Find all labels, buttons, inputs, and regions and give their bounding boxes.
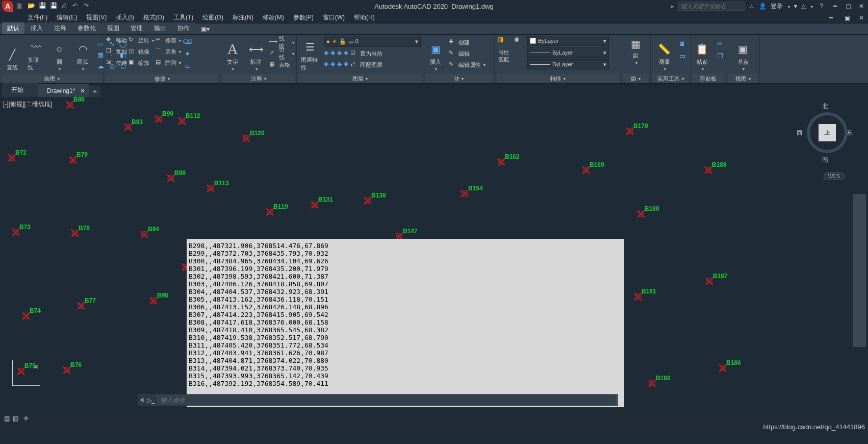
model-tab-icon[interactable]: ▤ xyxy=(4,415,10,422)
table-button[interactable]: ▦表格 xyxy=(269,60,294,69)
survey-point-B179[interactable]: B179 xyxy=(624,126,635,137)
block-edit-button[interactable]: ✎编辑 xyxy=(449,49,486,58)
menu-format[interactable]: 格式(O) xyxy=(141,12,166,23)
close-button[interactable]: ✕ xyxy=(857,2,866,11)
cut-icon[interactable]: ✂ xyxy=(716,39,725,48)
ribbon-tab-collab[interactable]: 协作 xyxy=(172,22,195,34)
move-button[interactable]: ✥移动 xyxy=(106,36,127,45)
survey-point-B93[interactable]: B93 xyxy=(122,121,134,133)
select-icon[interactable]: ▭ xyxy=(678,51,687,60)
polyline-button[interactable]: 〰多段线 xyxy=(25,36,46,72)
leader-button[interactable]: ↗引线 xyxy=(269,49,294,58)
ribbon-tab-insert[interactable]: 插入 xyxy=(25,22,48,34)
offset-icon[interactable]: ⊂ xyxy=(183,61,192,70)
panel-title-util[interactable]: 实用工具 xyxy=(653,74,688,83)
viewcube-west[interactable]: 西 xyxy=(797,129,803,137)
undo-icon[interactable]: ↶ xyxy=(72,2,81,10)
menu-window[interactable]: 窗口(W) xyxy=(321,12,347,23)
user-icon[interactable]: 👤 xyxy=(759,3,767,10)
drawing1-tab[interactable]: Drawing1* ✕ xyxy=(38,84,89,97)
panel-title-block[interactable]: 块 xyxy=(425,74,492,83)
lineweight-select[interactable]: ByLayer▾ xyxy=(527,47,609,58)
drawing-canvas[interactable]: [-][俯视][二维线框] B86B72B79B93B99B112B98B120… xyxy=(0,97,868,412)
survey-point-B99[interactable]: B99 xyxy=(153,113,164,125)
menu-edit[interactable]: 编辑(E) xyxy=(55,12,79,23)
ribbon-tab-annotate[interactable]: 注释 xyxy=(49,22,71,34)
survey-point-B77[interactable]: B77 xyxy=(75,300,87,311)
panel-title-modify[interactable]: 修改 xyxy=(106,74,218,83)
panel-title-layer[interactable]: 图层 xyxy=(299,74,421,83)
survey-point-B187[interactable]: B187 xyxy=(704,276,715,287)
text-button[interactable]: A文字 xyxy=(222,36,243,72)
copy-button[interactable]: ❐复制 xyxy=(106,47,127,56)
li4-icon[interactable]: ◈ xyxy=(344,49,348,58)
circle-button[interactable]: ○圆 xyxy=(49,36,69,72)
add-tab-button[interactable]: ＋ xyxy=(89,86,100,97)
survey-point-B95[interactable]: B95 xyxy=(148,295,159,306)
survey-point-B188[interactable]: B188 xyxy=(703,164,714,176)
redo-icon[interactable]: ↷ xyxy=(84,2,92,10)
block-insert-button[interactable]: ▣插入 xyxy=(425,36,446,72)
survey-point-B169[interactable]: B169 xyxy=(580,164,592,176)
menu-file[interactable]: 文件(F) xyxy=(25,12,49,23)
explode-icon[interactable]: ✦ xyxy=(183,49,192,58)
mirror-button[interactable]: ◫镜像 xyxy=(129,47,154,56)
menu-dim[interactable]: 标注(N) xyxy=(231,12,256,23)
help-icon[interactable]: ? xyxy=(817,2,826,11)
close-tab-icon[interactable]: ✕ xyxy=(80,87,85,94)
group-button[interactable]: ▦组 xyxy=(626,36,646,66)
li8-icon[interactable]: ◈ xyxy=(344,60,348,69)
ribbon-tab-default[interactable]: 默认 xyxy=(2,22,24,34)
layer-select[interactable]: ● ☀ 🔓 ▭ 0 ▾ xyxy=(324,36,421,47)
measure-button[interactable]: 📏测量 xyxy=(654,36,675,72)
cart-icon[interactable]: ▾ xyxy=(794,3,797,10)
survey-point-B162[interactable]: B162 xyxy=(496,156,507,167)
layer-props-button[interactable]: ☰图层特性 xyxy=(299,36,321,72)
trim-button[interactable]: ✂修剪 xyxy=(156,36,181,45)
layout-tab-icon[interactable]: ▥ xyxy=(13,415,18,422)
panel-title-clip[interactable]: 剪贴板 xyxy=(693,74,724,83)
saveas-icon[interactable]: 💾 xyxy=(50,2,58,10)
survey-point-B72[interactable]: B72 xyxy=(6,152,17,163)
li3-icon[interactable]: ◈ xyxy=(337,49,342,58)
minimize-button[interactable]: ━ xyxy=(830,2,839,11)
menu-view[interactable]: 视图(V) xyxy=(84,12,109,23)
login-dropdown-icon[interactable] xyxy=(787,3,790,10)
menu-help[interactable]: 帮助(H) xyxy=(352,12,377,23)
navigation-bar[interactable] xyxy=(853,194,866,347)
panel-title-draw[interactable]: 绘图 xyxy=(2,74,101,83)
survey-point-B186[interactable]: B186 xyxy=(717,362,728,374)
survey-point-B78[interactable]: B78 xyxy=(69,228,81,239)
survey-point-B113[interactable]: B113 xyxy=(205,183,216,194)
survey-point-B182[interactable]: B182 xyxy=(647,378,658,389)
make-current-button[interactable]: ☑置为当前 xyxy=(350,49,382,58)
match-layer-button[interactable]: ⇄匹配图层 xyxy=(350,60,382,69)
viewcube-south[interactable]: 南 xyxy=(822,156,828,164)
base-button[interactable]: ▣基点 xyxy=(733,36,753,72)
doc-minimize-button[interactable]: ━ xyxy=(826,13,835,22)
viewcube-north[interactable]: 北 xyxy=(822,102,828,111)
survey-point-B131[interactable]: B131 xyxy=(309,199,320,210)
maximize-button[interactable]: ▢ xyxy=(844,2,853,11)
rotate-button[interactable]: ↻旋转 xyxy=(129,36,154,45)
command-input[interactable] xyxy=(157,395,616,405)
wcs-badge[interactable]: WCS xyxy=(824,172,845,180)
survey-point-B138[interactable]: B138 xyxy=(362,195,373,206)
erase-icon[interactable]: ⌫ xyxy=(183,37,192,46)
survey-point-B98[interactable]: B98 xyxy=(165,172,176,184)
keyword-search-input[interactable] xyxy=(678,2,745,11)
doc-restore-button[interactable]: ▣ xyxy=(843,13,852,22)
survey-point-B79[interactable]: B79 xyxy=(67,154,79,165)
li2-icon[interactable]: ◈ xyxy=(330,49,335,58)
panel-title-view[interactable]: 视图 xyxy=(728,74,757,83)
a360-icon[interactable]: ⛬ xyxy=(749,3,755,10)
ribbon-tab-view[interactable]: 视图 xyxy=(102,22,124,34)
new-icon[interactable]: ▥ xyxy=(16,2,24,10)
ribbon-tab-extra[interactable]: ▣▾ xyxy=(196,24,215,34)
pmatch-icon[interactable]: ◨ xyxy=(498,36,510,48)
viewport-label[interactable]: [-][俯视][二维线框] xyxy=(3,100,52,109)
survey-point-B120[interactable]: B120 xyxy=(241,133,252,144)
survey-point-B154[interactable]: B154 xyxy=(459,188,470,199)
menu-modify[interactable]: 修改(M) xyxy=(261,12,286,23)
scale-button[interactable]: ▣缩放 xyxy=(129,58,154,67)
